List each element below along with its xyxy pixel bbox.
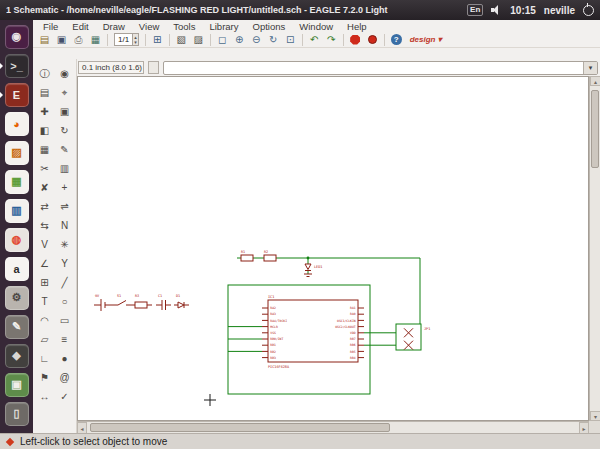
launcher-item-inkscape[interactable]: ◆ — [0, 341, 33, 370]
undo-button[interactable]: ↶ — [307, 33, 322, 47]
menu-item-window[interactable]: Window — [292, 21, 340, 32]
menu-item-help[interactable]: Help — [340, 21, 374, 32]
tool-gateswap[interactable]: ⇆ — [35, 216, 55, 235]
tool-label[interactable]: ⚑ — [35, 368, 55, 387]
tool-invoke[interactable]: ⊞ — [35, 273, 55, 292]
zoom-redraw-button[interactable]: ↻ — [266, 33, 281, 47]
tool-move[interactable]: ✚ — [35, 102, 55, 121]
tool-delete[interactable]: ✘ — [35, 178, 55, 197]
volume-icon[interactable] — [491, 5, 502, 15]
tool-junction[interactable]: ● — [55, 349, 75, 368]
horizontal-scroll-thumb[interactable] — [90, 423, 390, 432]
scroll-up-icon[interactable]: ▴ — [590, 76, 600, 86]
params-button[interactable] — [148, 61, 159, 74]
launcher-item-software-center[interactable]: ◍ — [0, 225, 33, 254]
tool-mark[interactable]: ⌖ — [55, 83, 75, 102]
launcher-item-amazon[interactable]: a — [0, 254, 33, 283]
ic-pin-label: RB4 — [350, 356, 356, 360]
export-image-button[interactable]: ▦ — [88, 33, 103, 47]
tool-copy[interactable]: ▣ — [55, 102, 75, 121]
tool-group[interactable]: ▦ — [35, 140, 55, 159]
tool-wire[interactable]: ╱ — [55, 273, 75, 292]
help-button[interactable]: ? — [389, 33, 404, 47]
tool-split[interactable]: Y — [55, 254, 75, 273]
vertical-scroll-thumb[interactable] — [591, 90, 599, 168]
tool-bus[interactable]: ≡ — [55, 330, 75, 349]
tool-name[interactable]: N — [55, 216, 75, 235]
session-user[interactable]: neville — [544, 5, 575, 16]
tool-cut[interactable]: ✂ — [35, 159, 55, 178]
launcher-item-archive-manager[interactable]: ▣ — [0, 370, 33, 399]
scroll-down-icon[interactable]: ▾ — [590, 411, 600, 421]
save-button[interactable]: ▣ — [54, 33, 69, 47]
tool-arc[interactable]: ◠ — [35, 311, 55, 330]
zoom-select-button[interactable]: ⊡ — [283, 33, 298, 47]
schematic-canvas[interactable]: RA2RA3RA4/T0CKIMCLRVSSRB0/INTRB1RB2RB3 R… — [77, 76, 589, 421]
tool-display[interactable]: ▤ — [35, 83, 55, 102]
sheet-down-icon[interactable]: ▾ — [134, 40, 137, 45]
zoom-in-button[interactable]: ⊕ — [232, 33, 247, 47]
tool-mirror[interactable]: ◧ — [35, 121, 55, 140]
command-input[interactable] — [164, 62, 583, 74]
menu-item-tools[interactable]: Tools — [166, 21, 202, 32]
stop-button[interactable] — [348, 33, 363, 47]
tool-paste[interactable]: ▥ — [55, 159, 75, 178]
power-icon[interactable] — [583, 5, 594, 16]
menu-item-edit[interactable]: Edit — [65, 21, 95, 32]
vertical-scrollbar[interactable]: ▴ ▾ — [589, 76, 600, 421]
ground-symbol — [304, 274, 312, 277]
tool-rect[interactable]: ▭ — [55, 311, 75, 330]
tool-info[interactable]: ⓘ — [35, 64, 55, 83]
tool-value[interactable]: V — [35, 235, 55, 254]
tool-text[interactable]: T — [35, 292, 55, 311]
launcher-item-dash-home[interactable]: ◉ — [0, 22, 33, 51]
tool-attribute[interactable]: @ — [55, 368, 75, 387]
sheet-selector[interactable]: 1/1▴▾ — [114, 33, 139, 46]
command-combobox[interactable]: ▾ — [163, 61, 598, 75]
tool-change[interactable]: ✎ — [55, 140, 75, 159]
launcher-item-terminal[interactable]: >_ — [0, 51, 33, 80]
menu-item-draw[interactable]: Draw — [96, 21, 132, 32]
main-toolbar: ▤▣⎙▦1/1▴▾⊞▧▨◻⊕⊖↻⊡↶↷?design ▾ — [33, 32, 600, 48]
design-link-button[interactable]: design ▾ — [406, 33, 446, 47]
tool-circle[interactable]: ○ — [55, 292, 75, 311]
layer-settings-button[interactable]: ▧ — [174, 33, 189, 47]
tool-erc[interactable]: ✓ — [55, 387, 75, 406]
menu-item-view[interactable]: View — [132, 21, 166, 32]
mark-button[interactable]: ▨ — [191, 33, 206, 47]
menu-item-library[interactable]: Library — [202, 21, 245, 32]
launcher-item-eagle[interactable]: E — [0, 80, 33, 109]
launcher-item-trash[interactable]: ▯ — [0, 399, 33, 428]
tool-add[interactable]: + — [55, 178, 75, 197]
go-button[interactable] — [365, 33, 380, 47]
keyboard-indicator[interactable]: En — [467, 4, 483, 16]
sheet-spin-buttons[interactable]: ▴▾ — [132, 34, 138, 45]
redo-button[interactable]: ↷ — [324, 33, 339, 47]
zoom-fit-button[interactable]: ◻ — [215, 33, 230, 47]
zoom-out-button[interactable]: ⊖ — [249, 33, 264, 47]
tool-polygon[interactable]: ▱ — [35, 330, 55, 349]
combo-dropdown-icon[interactable]: ▾ — [583, 62, 597, 74]
open-button[interactable]: ▤ — [37, 33, 52, 47]
tool-dimension[interactable]: ↔ — [35, 387, 55, 406]
menu-item-file[interactable]: File — [36, 21, 65, 32]
tool-smash[interactable]: ✳ — [55, 235, 75, 254]
tool-rotate[interactable]: ↻ — [55, 121, 75, 140]
menu-item-options[interactable]: Options — [246, 21, 293, 32]
tool-pinswap[interactable]: ⇄ — [35, 197, 55, 216]
tool-net[interactable]: ∟ — [35, 349, 55, 368]
tool-replace[interactable]: ⇌ — [55, 197, 75, 216]
launcher-item-firefox[interactable]: ◕ — [0, 109, 33, 138]
horizontal-scrollbar[interactable]: ◂ ▸ — [77, 421, 589, 433]
launcher-item-libreoffice-impress[interactable]: ▨ — [0, 138, 33, 167]
tool-show[interactable]: ◉ — [55, 64, 75, 83]
print-button[interactable]: ⎙ — [71, 33, 86, 47]
launcher-item-gimp[interactable]: ✎ — [0, 312, 33, 341]
ic-pin-label: OSC1/CLKIN — [337, 319, 356, 323]
launcher-item-libreoffice-writer[interactable]: ▥ — [0, 196, 33, 225]
clock[interactable]: 10:15 — [510, 5, 536, 16]
launcher-item-system-settings[interactable]: ⚙ — [0, 283, 33, 312]
tool-miter[interactable]: ∠ — [35, 254, 55, 273]
grid-button[interactable]: ⊞ — [150, 33, 165, 47]
launcher-item-libreoffice-calc[interactable]: ▦ — [0, 167, 33, 196]
